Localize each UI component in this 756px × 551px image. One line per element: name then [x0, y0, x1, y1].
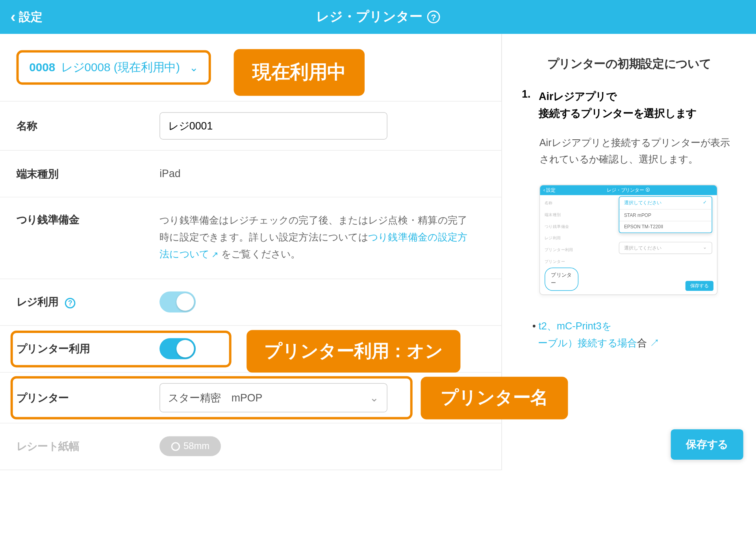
mock-select-below: 選択してください⌄	[619, 242, 712, 254]
mock-save-button: 保存する	[686, 281, 713, 291]
device-value: iPad	[159, 168, 485, 180]
side-title: プリンターの初期設定について	[502, 34, 756, 88]
chevron-down-icon: ⌄	[370, 391, 378, 404]
mock-left-labels: 名称 端末種別 つり銭準備金 レジ利用 プリンター利用 プリンター	[545, 198, 574, 268]
row-register-use: レジ利用 ?	[0, 279, 501, 326]
row-name: 名称	[0, 102, 501, 151]
change-fund-text: つり銭準備金はレジチェックの完了後、またはレジ点検・精算の完了時に設定できます。…	[159, 213, 469, 263]
annotation-currently-using: 現在利用中	[234, 49, 365, 96]
save-button[interactable]: 保存する	[671, 429, 743, 459]
printer-select[interactable]: スター精密 mPOP ⌄	[159, 383, 387, 412]
side-link[interactable]: • t2、mC-Print3を ーブル）接続する場合合 ↗	[522, 318, 736, 352]
mock-back: ‹ 設定	[543, 187, 556, 193]
register-use-label: レジ利用 ?	[17, 295, 160, 309]
register-number: 0008	[29, 61, 55, 74]
printer-selected-value: スター精密 mPOP	[168, 390, 262, 405]
mock-screenshot: ‹ 設定 レジ・プリンター ⦿ 名称 端末種別 つり銭準備金 レジ利用 プリンタ…	[539, 185, 718, 295]
row-change-fund: つり銭準備金 つり銭準備金はレジチェックの完了後、またはレジ点検・精算の完了時に…	[0, 198, 501, 279]
row-printer-use: プリンター利用 プリンター利用：オン	[0, 326, 501, 373]
change-fund-label: つり銭準備金	[17, 213, 160, 227]
main-panel: 0008 レジ0008 (現在利用中) ⌄ 現在利用中 名称 端末種別	[0, 34, 502, 470]
mock-printer-badge: プリンター	[545, 268, 578, 291]
register-selector[interactable]: 0008 レジ0008 (現在利用中) ⌄	[17, 50, 211, 85]
printer-label: プリンター	[17, 390, 160, 405]
mock-dropdown: 選択してください✓ STAR mPOP EPSON TM-T220II	[619, 196, 712, 233]
receipt-width-label: レシート紙幅	[17, 439, 160, 453]
device-label: 端末種別	[17, 167, 160, 181]
back-label: 設定	[19, 9, 42, 25]
external-link-icon: ↗	[650, 338, 660, 349]
register-use-toggle[interactable]	[159, 292, 196, 312]
row-receipt-width: レシート紙幅 58mm	[0, 423, 501, 470]
app-header: ‹ 設定 レジ・プリンター ?	[0, 0, 756, 34]
step-description: Airレジアプリと接続するプリンターが表示されているか確認し、選択します。	[522, 135, 736, 168]
radio-icon	[171, 442, 180, 451]
row-printer: プリンター スター精密 mPOP ⌄ プリンター名	[0, 372, 501, 423]
help-icon[interactable]: ?	[65, 298, 76, 309]
back-button[interactable]: ‹ 設定	[0, 9, 43, 25]
annotation-printer-use-on: プリンター利用：オン	[246, 330, 460, 372]
step-number: 1.	[522, 88, 530, 122]
chevron-left-icon: ‹	[11, 9, 16, 25]
side-panel: プリンターの初期設定について 1. Airレジアプリで 接続するプリンターを選択…	[502, 34, 756, 470]
step-title: Airレジアプリで 接続するプリンターを選択します	[539, 88, 697, 122]
mock-header-title: レジ・プリンター ⦿	[607, 188, 650, 193]
page-title: レジ・プリンター ?	[316, 8, 440, 26]
name-label: 名称	[17, 119, 160, 133]
receipt-width-pill[interactable]: 58mm	[159, 436, 221, 456]
register-selector-row: 0008 レジ0008 (現在利用中) ⌄ 現在利用中	[0, 34, 501, 102]
help-icon[interactable]: ?	[427, 11, 440, 24]
name-input[interactable]	[159, 112, 387, 140]
printer-use-label: プリンター利用	[17, 342, 160, 356]
step-1: 1. Airレジアプリで 接続するプリンターを選択します	[522, 88, 736, 122]
register-name-status: レジ0008 (現在利用中)	[61, 59, 180, 75]
row-device: 端末種別 iPad	[0, 151, 501, 198]
chevron-down-icon: ⌄	[189, 61, 198, 74]
printer-use-toggle[interactable]	[159, 338, 196, 359]
external-link-icon: ↗	[209, 250, 219, 259]
